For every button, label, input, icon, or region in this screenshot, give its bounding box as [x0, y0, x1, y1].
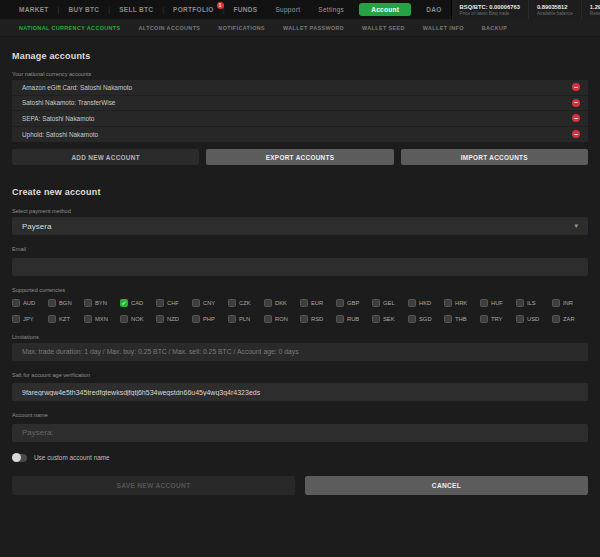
currency-checkbox-chf[interactable]: CHF: [156, 299, 192, 307]
import-accounts-button[interactable]: IMPORT ACCOUNTS: [401, 149, 588, 165]
ticker-label: Reserved: [590, 11, 600, 16]
supported-currencies-label: Supported currencies: [12, 287, 588, 293]
currency-code: TRY: [491, 316, 503, 322]
custom-name-toggle-row[interactable]: Use custom account name: [12, 454, 588, 462]
export-accounts-button[interactable]: EXPORT ACCOUNTS: [206, 149, 393, 165]
delete-account-icon[interactable]: [572, 130, 580, 138]
subnav-item-wallet-seed[interactable]: WALLET SEED: [353, 25, 414, 31]
nav-item-settings[interactable]: Settings: [309, 6, 353, 13]
delete-account-icon[interactable]: [572, 99, 580, 107]
subnav-item-wallet-password[interactable]: WALLET PASSWORD: [274, 25, 353, 31]
checkbox-icon: [336, 299, 344, 307]
currency-code: CZK: [239, 300, 251, 306]
currency-checkbox-zar[interactable]: ZAR: [552, 315, 588, 323]
currency-checkbox-aud[interactable]: AUD: [12, 299, 48, 307]
account-list-item[interactable]: Satoshi Nakamoto: TransferWise: [12, 96, 588, 112]
nav-item-funds[interactable]: FUNDS: [224, 6, 266, 13]
currency-checkbox-nzd[interactable]: NZD: [156, 315, 192, 323]
currency-checkbox-inr[interactable]: INR: [552, 299, 588, 307]
nav-item-portfolio[interactable]: PORTFOLIO1: [164, 6, 223, 13]
delete-account-icon[interactable]: [572, 83, 580, 91]
nav-item-dao[interactable]: DAO: [417, 6, 450, 13]
salt-field[interactable]: [12, 383, 588, 401]
currency-checkbox-ron[interactable]: RON: [264, 315, 300, 323]
currency-code: BYN: [95, 300, 107, 306]
nav-item-market[interactable]: MARKET: [10, 6, 58, 13]
currency-checkbox-ils[interactable]: ILS: [516, 299, 552, 307]
currency-checkbox-thb[interactable]: THB: [444, 315, 480, 323]
currency-checkbox-usd[interactable]: USD: [516, 315, 552, 323]
checkbox-icon: [228, 315, 236, 323]
currency-code: BGN: [59, 300, 72, 306]
add-new-account-button[interactable]: ADD NEW ACCOUNT: [12, 149, 199, 165]
custom-name-toggle[interactable]: [12, 454, 27, 462]
checkbox-icon: [84, 315, 92, 323]
currency-checkbox-cad[interactable]: ✓CAD: [120, 299, 156, 307]
currency-checkbox-hrk[interactable]: HRK: [444, 299, 480, 307]
checkbox-icon: [120, 315, 128, 323]
subnav-item-national-currency-accounts[interactable]: NATIONAL CURRENCY ACCOUNTS: [10, 25, 130, 31]
nav-item-buy-btc[interactable]: BUY BTC: [59, 6, 108, 13]
checkbox-icon: [444, 315, 452, 323]
currency-checkbox-kzt[interactable]: KZT: [48, 315, 84, 323]
currency-checkbox-eur[interactable]: EUR: [300, 299, 336, 307]
currency-checkbox-huf[interactable]: HUF: [480, 299, 516, 307]
subnav-item-altcoin-accounts[interactable]: ALTCOIN ACCOUNTS: [130, 25, 210, 31]
currency-checkbox-try[interactable]: TRY: [480, 315, 516, 323]
create-account-title: Create new account: [12, 187, 588, 197]
currency-checkbox-dkk[interactable]: DKK: [264, 299, 300, 307]
currency-checkbox-hkd[interactable]: HKD: [408, 299, 444, 307]
nav-item-sell-btc[interactable]: SELL BTC: [110, 6, 162, 13]
currency-code: MXN: [95, 316, 108, 322]
currency-checkbox-php[interactable]: PHP: [192, 315, 228, 323]
limitations-label: Limitations: [12, 334, 588, 340]
checkbox-icon: [12, 315, 20, 323]
ticker-value: 1.2901 BTC: [590, 4, 600, 10]
account-list-item[interactable]: SEPA: Satoshi Nakamoto: [12, 111, 588, 127]
nav-item-support[interactable]: Support: [266, 6, 309, 13]
nav-item-account[interactable]: Account: [359, 3, 411, 16]
currency-checkbox-nok[interactable]: NOK: [120, 315, 156, 323]
account-list-item[interactable]: Amazon eGift Card: Satoshi Nakamoto: [12, 80, 588, 96]
checkbox-icon: [192, 299, 200, 307]
currency-checkbox-gbp[interactable]: GBP: [336, 299, 372, 307]
delete-account-icon[interactable]: [572, 114, 580, 122]
payment-method-label: Select payment method: [12, 208, 588, 214]
checkbox-icon: [264, 299, 272, 307]
checkbox-icon: [516, 315, 524, 323]
currency-checkbox-rsd[interactable]: RSD: [300, 315, 336, 323]
subnav-item-notifications[interactable]: NOTIFICATIONS: [209, 25, 274, 31]
account-name-text: Satoshi Nakamoto: TransferWise: [22, 99, 115, 106]
form-actions-row: SAVE NEW ACCOUNT CANCEL: [12, 476, 588, 495]
payment-method-select[interactable]: Paysera ▾: [12, 217, 588, 235]
account-name-text: Uphold: Satoshi Nakamoto: [22, 131, 98, 138]
currency-checkbox-mxn[interactable]: MXN: [84, 315, 120, 323]
currency-checkbox-byn[interactable]: BYN: [84, 299, 120, 307]
currency-checkbox-sek[interactable]: SEK: [372, 315, 408, 323]
subnav-item-wallet-info[interactable]: WALLET INFO: [414, 25, 473, 31]
checkbox-icon: [444, 299, 452, 307]
currency-checkbox-gel[interactable]: GEL: [372, 299, 408, 307]
custom-name-toggle-label: Use custom account name: [34, 454, 110, 461]
currency-checkbox-sgd[interactable]: SGD: [408, 315, 444, 323]
checkbox-icon: [552, 315, 560, 323]
currency-checkbox-czk[interactable]: CZK: [228, 299, 264, 307]
save-new-account-button[interactable]: SAVE NEW ACCOUNT: [12, 476, 295, 495]
subnav-item-backup[interactable]: BACKUP: [473, 25, 516, 31]
minus-icon: [574, 102, 578, 103]
currency-code: THB: [455, 316, 467, 322]
currency-checkbox-pln[interactable]: PLN: [228, 315, 264, 323]
account-name-label: Account name: [12, 412, 588, 418]
currency-checkbox-rub[interactable]: RUB: [336, 315, 372, 323]
checkbox-icon: [48, 315, 56, 323]
ticker-label: Price of latest Bisq trade: [460, 11, 520, 16]
currency-checkbox-cny[interactable]: CNY: [192, 299, 228, 307]
account-list-item[interactable]: Uphold: Satoshi Nakamoto: [12, 127, 588, 143]
cancel-button[interactable]: CANCEL: [305, 476, 588, 495]
email-field[interactable]: [12, 258, 588, 276]
ticker-block: 1.2901 BTCReserved: [582, 0, 600, 19]
account-name-field[interactable]: [12, 424, 588, 442]
content: Manage accounts Your national currency a…: [0, 37, 600, 495]
currency-checkbox-jpy[interactable]: JPY: [12, 315, 48, 323]
currency-checkbox-bgn[interactable]: BGN: [48, 299, 84, 307]
